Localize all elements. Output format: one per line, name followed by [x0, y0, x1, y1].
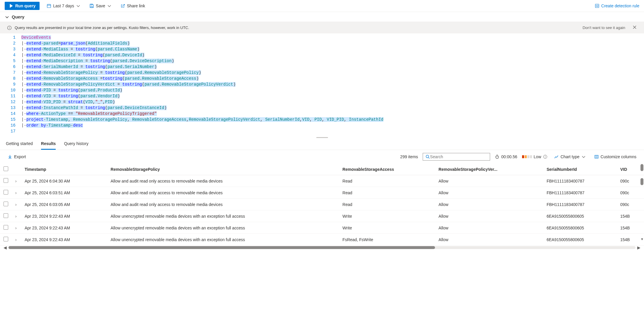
- banner-text: Query results are presented in your loca…: [15, 25, 189, 30]
- svg-rect-19: [595, 155, 598, 158]
- main-toolbar: Run query Last 7 days Save Share link Cr…: [0, 0, 644, 12]
- item-count: 299 items: [400, 154, 418, 159]
- horizontal-scrollbar[interactable]: ◀ ▶: [0, 246, 644, 250]
- export-button[interactable]: Export: [6, 153, 28, 160]
- search-input[interactable]: [430, 154, 487, 159]
- customize-columns-button[interactable]: Customize columns: [592, 153, 638, 160]
- chart-icon: [554, 154, 559, 159]
- export-label: Export: [14, 154, 26, 159]
- col-policy[interactable]: RemovableStoragePolicy: [107, 163, 339, 175]
- results-table-wrap: Timestamp RemovableStoragePolicy Removab…: [0, 163, 644, 246]
- run-query-button[interactable]: Run query: [5, 2, 40, 10]
- cell-policy: Allow and audit read only access to remo…: [107, 187, 339, 199]
- tab-getting-started[interactable]: Getting started: [6, 138, 33, 150]
- col-timestamp[interactable]: Timestamp: [21, 163, 107, 175]
- vertical-scrollbar[interactable]: ▲ ▼: [640, 163, 643, 246]
- chart-type-button[interactable]: Chart type: [552, 153, 588, 160]
- row-checkbox[interactable]: [4, 190, 8, 195]
- cell-timestamp: Apr 23, 2024 9:22:43 AM: [21, 222, 107, 234]
- cell-timestamp: Apr 25, 2024 6:03:05 AM: [21, 199, 107, 210]
- scroll-left-icon[interactable]: ◀: [4, 245, 7, 250]
- cell-serial: FBH1111183400787: [543, 187, 617, 199]
- cell-policy: Allow unencrypted removable media device…: [107, 210, 339, 222]
- table-row[interactable]: ›Apr 23, 2024 9:22:43 AMAllow unencrypte…: [0, 234, 644, 246]
- col-access[interactable]: RemovableStorageAccess: [339, 163, 435, 175]
- row-checkbox[interactable]: [4, 202, 8, 206]
- row-checkbox[interactable]: [4, 213, 8, 218]
- columns-icon: [594, 154, 599, 159]
- save-icon: [89, 4, 94, 8]
- chevron-down-icon: [5, 15, 9, 19]
- expand-row-icon[interactable]: ›: [15, 214, 17, 219]
- time-range-button[interactable]: Last 7 days: [45, 2, 82, 9]
- results-table: Timestamp RemovableStoragePolicy Removab…: [0, 163, 644, 246]
- cell-access: Write: [339, 210, 435, 222]
- cell-serial: FBH1111183400787: [543, 175, 617, 187]
- scroll-right-icon[interactable]: ▶: [637, 245, 640, 250]
- result-toolbar: Export 299 items 00:00.56 Low Chart type…: [0, 150, 644, 163]
- cell-timestamp: Apr 25, 2024 6:04:30 AM: [21, 175, 107, 187]
- create-detection-rule-label: Create detection rule: [601, 4, 639, 8]
- save-label: Save: [96, 4, 105, 8]
- svg-point-11: [426, 155, 429, 158]
- chart-type-label: Chart type: [560, 154, 580, 159]
- cell-access: Read: [339, 187, 435, 199]
- table-row[interactable]: ›Apr 23, 2024 9:22:43 AMAllow unencrypte…: [0, 222, 644, 234]
- table-row[interactable]: ›Apr 25, 2024 6:03:05 AMAllow and audit …: [0, 199, 644, 210]
- customize-columns-label: Customize columns: [601, 154, 636, 159]
- table-header-row: Timestamp RemovableStoragePolicy Removab…: [0, 163, 644, 175]
- scroll-down-icon[interactable]: ▼: [640, 237, 643, 241]
- query-section-header[interactable]: Query: [0, 12, 644, 22]
- expand-row-icon[interactable]: ›: [15, 202, 17, 207]
- share-icon: [120, 4, 125, 8]
- svg-rect-0: [47, 4, 51, 8]
- editor-code[interactable]: DeviceEvents |·extend·parsed=parse_json(…: [21, 35, 644, 134]
- performance-indicator: Low: [522, 154, 548, 159]
- editor-gutter: 1234567891011121314151617: [0, 35, 21, 134]
- share-label: Share link: [127, 4, 145, 8]
- cell-timestamp: Apr 23, 2024 9:22:43 AM: [21, 234, 107, 246]
- table-row[interactable]: ›Apr 25, 2024 6:04:30 AMAllow and audit …: [0, 175, 644, 187]
- tab-query-history[interactable]: Query history: [64, 138, 88, 150]
- cell-access: Read: [339, 175, 435, 187]
- cell-policy: Allow and audit read only access to remo…: [107, 199, 339, 210]
- share-link-button[interactable]: Share link: [119, 2, 147, 9]
- col-serial[interactable]: SerialNumberId: [543, 163, 617, 175]
- svg-point-18: [545, 156, 546, 156]
- expand-row-icon[interactable]: ›: [15, 237, 17, 242]
- run-query-label: Run query: [15, 4, 35, 8]
- row-checkbox[interactable]: [4, 237, 8, 241]
- search-box[interactable]: [423, 153, 490, 161]
- query-section-title: Query: [12, 14, 24, 19]
- banner-dismiss-link[interactable]: Don't want to see it again: [582, 25, 625, 30]
- cell-access: FsRead, FsWrite: [339, 234, 435, 246]
- download-icon: [8, 154, 12, 159]
- expand-row-icon[interactable]: ›: [15, 190, 17, 195]
- chevron-down-icon: [581, 154, 586, 159]
- cell-policy: Allow unencrypted removable media device…: [107, 222, 339, 234]
- result-tabs: Getting started Results Query history: [0, 138, 644, 150]
- create-detection-rule-link[interactable]: Create detection rule: [595, 4, 639, 8]
- query-editor[interactable]: 1234567891011121314151617 DeviceEvents |…: [0, 33, 644, 137]
- table-row[interactable]: ›Apr 23, 2024 9:22:43 AMAllow unencrypte…: [0, 210, 644, 222]
- play-icon: [9, 4, 13, 8]
- select-all-checkbox[interactable]: [4, 166, 8, 171]
- cell-serial: FBH1111183400787: [543, 199, 617, 210]
- cell-serial: 6EA9150055800605: [543, 234, 617, 246]
- row-checkbox[interactable]: [4, 178, 8, 183]
- cell-verdict: Allow: [435, 187, 543, 199]
- chevron-down-icon: [107, 4, 112, 8]
- cell-policy: Allow and audit read only access to remo…: [107, 175, 339, 187]
- banner-close-button[interactable]: [632, 25, 637, 30]
- expand-row-icon[interactable]: ›: [15, 179, 17, 183]
- cell-verdict: Allow: [435, 199, 543, 210]
- cell-verdict: Allow: [435, 175, 543, 187]
- col-verdict[interactable]: RemovableStoragePolicyVer...: [435, 163, 543, 175]
- table-row[interactable]: ›Apr 25, 2024 6:03:51 AMAllow and audit …: [0, 187, 644, 199]
- tab-results[interactable]: Results: [41, 138, 56, 150]
- info-icon: [543, 154, 548, 159]
- save-button[interactable]: Save: [88, 2, 113, 9]
- cell-timestamp: Apr 25, 2024 6:03:51 AM: [21, 187, 107, 199]
- expand-row-icon[interactable]: ›: [15, 226, 17, 230]
- row-checkbox[interactable]: [4, 225, 8, 230]
